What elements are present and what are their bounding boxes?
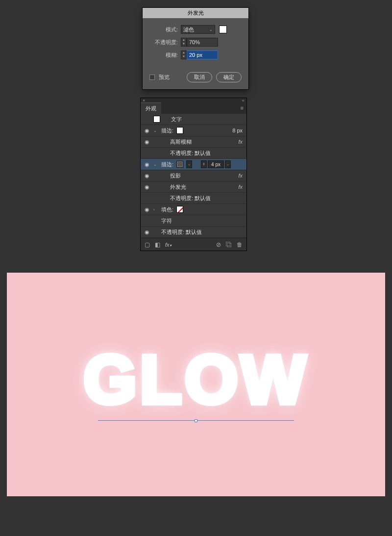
blur-field[interactable]: ▲▼ 20 px — [181, 51, 218, 59]
disclosure-right-icon[interactable]: › — [153, 207, 158, 212]
eye-icon[interactable]: ◉ — [144, 173, 150, 179]
blur-spinner[interactable]: ▲▼ — [181, 51, 187, 59]
color-swatch[interactable] — [219, 26, 227, 33]
stroke-swatch-menu[interactable]: ⌄ — [186, 160, 192, 168]
outer-glow-dialog: 外发光 模式: 滤色 ⌄ 不透明度: ▲▼ 70% 模糊: ▲▼ 20 px — [142, 7, 249, 90]
preview-label: 预览 — [159, 74, 170, 81]
row-stroke-1[interactable]: ◉ ⌄ 描边: 8 px — [141, 125, 246, 136]
duplicate-icon[interactable]: ⿻ — [226, 241, 232, 248]
blur-label: 模糊: — [149, 51, 181, 59]
panel-tabbar: 外观 ≡ — [141, 103, 246, 114]
panel-menu-icon[interactable]: ≡ — [241, 105, 244, 111]
tab-appearance[interactable]: 外观 — [141, 102, 161, 114]
row-opacity-1[interactable]: ◉ 不透明度: 默认值 — [141, 148, 246, 159]
appearance-list: ◉ 文字 ◉ ⌄ 描边: 8 px ◉ 高斯模糊 fx ◉ 不透明度: 默认值 … — [141, 114, 246, 238]
stroke-size-2: 4 px — [208, 160, 224, 168]
new-fill-icon[interactable]: ◧ — [155, 241, 160, 248]
chevron-down-icon: ⌄ — [209, 27, 213, 32]
eye-icon[interactable]: ◉ — [144, 184, 150, 190]
glow-text-object[interactable]: GLOW — [83, 340, 308, 419]
chevron-down-icon[interactable]: ⌄ — [225, 160, 231, 168]
row-opacity-2[interactable]: ◉ 不透明度: 默认值 — [141, 193, 246, 204]
stroke-size: 8 px — [232, 128, 243, 133]
trash-icon[interactable]: 🗑 — [237, 241, 243, 248]
fx-icon[interactable]: fx — [238, 139, 243, 145]
blur-row: 模糊: ▲▼ 20 px — [149, 51, 242, 59]
row-type[interactable]: ◉ 文字 — [141, 114, 246, 125]
row-outer-glow[interactable]: ◉ 外发光 fx — [141, 181, 246, 193]
opacity-field[interactable]: ▲▼ 70% — [181, 38, 218, 47]
add-effect-icon[interactable]: fx▾ — [165, 242, 172, 248]
eye-icon[interactable]: ◉ — [144, 128, 150, 134]
outer-glow-label: 外发光 — [161, 183, 186, 191]
row-opacity-3[interactable]: ◉ 不透明度: 默认值 — [141, 227, 246, 238]
appearance-panel: × « 外观 ≡ ◉ 文字 ◉ ⌄ 描边: 8 px ◉ 高斯模糊 fx — [140, 98, 247, 251]
fx-icon[interactable]: fx — [238, 173, 243, 179]
stroke-swatch-icon[interactable] — [176, 127, 183, 134]
new-stroke-icon[interactable]: ▢ — [145, 241, 150, 248]
stroke-swatch-icon[interactable] — [176, 161, 183, 168]
row-drop-shadow[interactable]: ◉ 投影 fx — [141, 170, 246, 181]
blur-input[interactable]: 20 px — [187, 51, 218, 59]
artboard-canvas[interactable]: GLOW — [7, 273, 385, 496]
eye-icon[interactable]: ◉ — [144, 229, 150, 235]
fx-icon[interactable]: fx — [238, 184, 243, 190]
dialog-title: 外发光 — [143, 8, 248, 18]
shadow-label: 投影 — [161, 172, 181, 179]
type-thumb-icon — [153, 116, 160, 123]
row-characters[interactable]: ◉ 字符 — [141, 215, 246, 227]
opacity-spinner[interactable]: ▲▼ — [181, 38, 187, 47]
dialog-body: 模式: 滤色 ⌄ 不透明度: ▲▼ 70% 模糊: ▲▼ 20 px — [143, 18, 248, 69]
eye-icon[interactable]: ◉ — [144, 161, 150, 168]
opacity-label-3: 不透明度: 默认值 — [161, 229, 202, 236]
clear-icon[interactable]: ⊘ — [216, 241, 221, 248]
collapse-icon[interactable]: « — [242, 98, 245, 103]
panel-footer: ▢ ◧ fx▾ ⊘ ⿻ 🗑 — [141, 238, 246, 251]
opacity-row: 不透明度: ▲▼ 70% — [149, 38, 242, 47]
stroke-label: 描边: — [161, 127, 173, 134]
stroke-size-stepper[interactable]: ⇕ 4 px ⌄ — [201, 160, 231, 168]
text-baseline-handle[interactable] — [195, 419, 197, 422]
mode-value: 滤色 — [183, 26, 194, 33]
opacity-label-2: 不透明度: 默认值 — [161, 195, 211, 202]
mode-select[interactable]: 滤色 ⌄ — [181, 25, 215, 34]
mode-label: 模式: — [149, 26, 181, 33]
row-stroke-2[interactable]: ◉ ⌄ 描边: ⌄ ⇕ 4 px ⌄ — [141, 159, 246, 170]
eye-icon[interactable]: ◉ — [144, 206, 150, 213]
char-label: 字符 — [161, 217, 172, 225]
opacity-label: 不透明度: — [149, 39, 181, 46]
disclosure-down-icon[interactable]: ⌄ — [153, 162, 158, 167]
ok-button[interactable]: 确定 — [216, 72, 242, 82]
opacity-label-1: 不透明度: 默认值 — [161, 150, 211, 157]
cancel-button[interactable]: 取消 — [187, 72, 212, 82]
opacity-input[interactable]: 70% — [187, 38, 218, 47]
preview-checkbox[interactable] — [149, 75, 155, 80]
dialog-footer: 预览 取消 确定 — [143, 69, 248, 89]
row-gaussian-blur[interactable]: ◉ 高斯模糊 fx — [141, 136, 246, 148]
disclosure-down-icon[interactable]: ⌄ — [153, 128, 158, 133]
mode-row: 模式: 滤色 ⌄ — [149, 25, 242, 34]
stroke-label-2: 描边: — [161, 161, 173, 168]
gauss-label: 高斯模糊 — [161, 138, 192, 146]
fill-none-swatch-icon[interactable] — [176, 206, 183, 213]
row-fill[interactable]: ◉ › 填色: — [141, 204, 246, 215]
fill-label: 填色: — [161, 206, 173, 213]
chevron-icon[interactable]: ⇕ — [201, 160, 207, 168]
eye-icon[interactable]: ◉ — [144, 139, 150, 145]
row-type-label: 文字 — [171, 116, 182, 123]
